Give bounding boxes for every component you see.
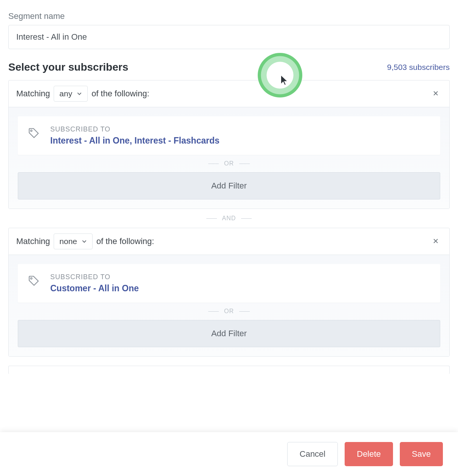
add-filter-button[interactable]: Add Filter (18, 172, 440, 199)
remove-group-button[interactable] (430, 235, 442, 248)
cancel-button[interactable]: Cancel (287, 442, 338, 446)
save-button[interactable]: Save (400, 442, 443, 446)
subscribers-count-link[interactable]: 9,503 subscribers (387, 63, 450, 72)
rule-group: Matching none of the following: SUBSCRIB… (8, 228, 450, 357)
cursor-icon (280, 74, 290, 88)
segment-name-label: Segment name (8, 11, 450, 21)
matching-select[interactable]: none (54, 233, 93, 249)
footer-actions: Cancel Delete Save (0, 432, 458, 446)
rule-group: Matching any of the following: SUBSCRIBE… (8, 80, 450, 209)
tag-icon (28, 275, 40, 287)
svg-point-0 (31, 130, 32, 131)
chevron-down-icon (82, 239, 87, 244)
rule-group-partial (8, 366, 450, 374)
filter-type-label: SUBSCRIBED TO (50, 125, 430, 133)
matching-select-value: none (59, 237, 77, 246)
delete-button[interactable]: Delete (345, 442, 393, 446)
and-connector: AND (8, 209, 450, 228)
remove-group-button[interactable] (430, 87, 442, 100)
tag-icon (28, 127, 40, 140)
and-label: AND (222, 215, 236, 222)
or-label: OR (224, 160, 234, 167)
matching-select-value: any (59, 89, 72, 98)
select-subscribers-title: Select your subscribers (8, 61, 128, 73)
filter-value: Customer - All in One (50, 283, 430, 294)
segment-name-input[interactable] (8, 25, 450, 49)
filter-card[interactable]: SUBSCRIBED TO Interest - All in One, Int… (18, 116, 440, 155)
svg-point-1 (31, 278, 32, 279)
close-icon (433, 90, 439, 96)
chevron-down-icon (77, 91, 82, 96)
filter-card[interactable]: SUBSCRIBED TO Customer - All in One (18, 264, 440, 303)
or-label: OR (224, 308, 234, 315)
or-connector: OR (18, 303, 440, 320)
add-filter-button[interactable]: Add Filter (18, 320, 440, 347)
filter-type-label: SUBSCRIBED TO (50, 273, 430, 281)
rule-header: Matching any of the following: (9, 80, 449, 107)
close-icon (433, 238, 439, 244)
matching-select[interactable]: any (54, 86, 88, 102)
rule-header: Matching none of the following: (9, 228, 449, 255)
matching-label: Matching (16, 236, 50, 246)
matching-suffix: of the following: (96, 236, 154, 246)
matching-label: Matching (16, 89, 50, 99)
matching-suffix: of the following: (91, 89, 149, 99)
or-connector: OR (18, 155, 440, 172)
filter-value: Interest - All in One, Interest - Flashc… (50, 136, 430, 146)
